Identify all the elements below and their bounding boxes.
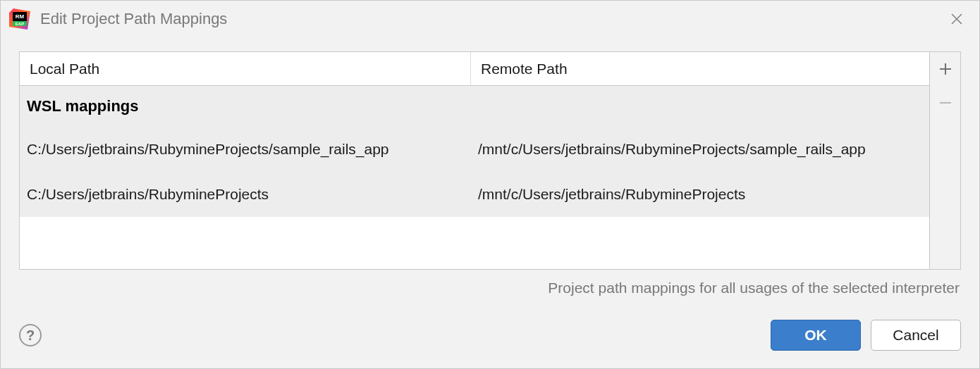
cell-remote-path[interactable]: /mnt/c/Users/jetbrains/RubymineProjects: [471, 186, 929, 203]
table-toolbar: [929, 52, 960, 269]
section-label: WSL mappings: [27, 97, 139, 115]
dialog-content: Local Path Remote Path WSL mappings C:/U…: [1, 37, 979, 318]
help-button[interactable]: ?: [19, 324, 42, 346]
cell-local-path[interactable]: C:/Users/jetbrains/RubymineProjects/samp…: [20, 141, 471, 158]
close-icon[interactable]: [947, 9, 967, 29]
section-wsl-mappings: WSL mappings: [20, 86, 929, 127]
column-remote-path[interactable]: Remote Path: [471, 52, 929, 85]
cell-local-path[interactable]: C:/Users/jetbrains/RubymineProjects: [20, 186, 471, 203]
rubymine-eap-icon: RM EAP: [9, 8, 30, 30]
cancel-button[interactable]: Cancel: [871, 320, 961, 351]
column-local-path[interactable]: Local Path: [20, 52, 471, 85]
add-mapping-button[interactable]: [930, 52, 961, 86]
table-row[interactable]: C:/Users/jetbrains/RubymineProjects /mnt…: [20, 172, 929, 217]
svg-text:EAP: EAP: [16, 22, 24, 26]
table-row[interactable]: C:/Users/jetbrains/RubymineProjects/samp…: [20, 127, 929, 172]
titlebar: RM EAP Edit Project Path Mappings: [1, 1, 979, 37]
remove-mapping-button[interactable]: [930, 86, 961, 120]
grid-empty-area[interactable]: [20, 217, 929, 269]
grid-header: Local Path Remote Path: [20, 52, 929, 86]
edit-path-mappings-dialog: RM EAP Edit Project Path Mappings Local …: [0, 0, 980, 369]
help-icon: ?: [26, 327, 35, 344]
cell-remote-path[interactable]: /mnt/c/Users/jetbrains/RubymineProjects/…: [471, 141, 929, 158]
dialog-footer: ? OK Cancel: [1, 318, 979, 368]
hint-text: Project path mappings for all usages of …: [19, 270, 961, 296]
ok-button[interactable]: OK: [771, 320, 861, 351]
mappings-table-area: Local Path Remote Path WSL mappings C:/U…: [19, 51, 961, 270]
dialog-title: Edit Project Path Mappings: [40, 10, 947, 28]
mappings-grid: Local Path Remote Path WSL mappings C:/U…: [20, 52, 929, 269]
svg-text:RM: RM: [16, 13, 25, 20]
